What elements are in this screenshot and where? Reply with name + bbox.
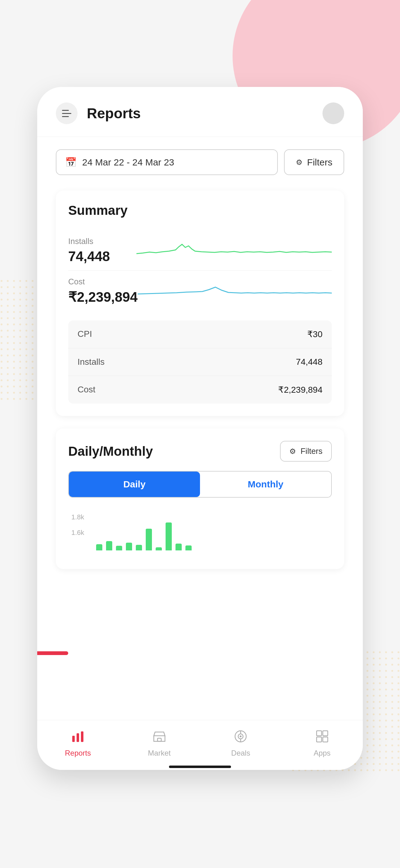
- content-area: 📅 24 Mar 22 - 24 Mar 23 ⚙ Filters Summar…: [37, 137, 363, 720]
- bar-6: [146, 529, 152, 550]
- daily-monthly-title: Daily/Monthly: [68, 444, 153, 459]
- table-installs-value: 74,448: [296, 357, 323, 367]
- svg-rect-6: [81, 732, 84, 742]
- installs-label: Installs: [68, 237, 136, 246]
- svg-rect-15: [323, 737, 328, 742]
- menu-button[interactable]: [56, 102, 77, 124]
- bar-5: [136, 545, 142, 550]
- daily-monthly-filters-label: Filters: [300, 446, 323, 456]
- section-header: Daily/Monthly ⚙ Filters: [68, 441, 332, 462]
- daily-monthly-toggle: Daily Monthly: [68, 471, 332, 498]
- cost-metric-row: Cost ₹2,239,894: [68, 271, 332, 311]
- chart-y-label-1: 1.8k: [71, 513, 84, 521]
- installs-info: Installs 74,448: [68, 237, 136, 264]
- svg-rect-4: [72, 736, 75, 742]
- date-filter-row: 📅 24 Mar 22 - 24 Mar 23 ⚙ Filters: [56, 149, 344, 175]
- deals-icon: [234, 730, 247, 746]
- market-nav-label: Market: [148, 749, 171, 757]
- bar-4: [126, 542, 132, 550]
- home-bar: [169, 766, 231, 768]
- bar-9: [175, 544, 182, 550]
- hamburger-icon: [62, 110, 71, 117]
- filter-icon-2: ⚙: [289, 447, 296, 456]
- page-title: Reports: [87, 105, 323, 122]
- reports-icon: [71, 730, 85, 746]
- deals-nav-label: Deals: [231, 749, 250, 757]
- nav-item-deals[interactable]: Deals: [200, 726, 281, 761]
- table-installs-row: Installs 74,448: [68, 348, 332, 376]
- chart-y-label-2: 1.6k: [71, 529, 84, 537]
- svg-rect-5: [76, 733, 79, 742]
- bar-3: [116, 546, 122, 550]
- table-cost-row: Cost ₹2,239,894: [68, 376, 332, 404]
- svg-rect-13: [323, 731, 328, 736]
- apps-icon: [315, 730, 329, 746]
- svg-rect-14: [316, 737, 322, 742]
- table-cost-value: ₹2,239,894: [278, 385, 323, 395]
- chart-bars: [74, 513, 326, 550]
- home-indicator: [37, 764, 363, 770]
- nav-item-reports[interactable]: Reports: [37, 726, 119, 761]
- table-installs-label: Installs: [77, 357, 104, 367]
- installs-value: 74,448: [68, 249, 136, 264]
- summary-title: Summary: [68, 203, 332, 218]
- cost-value: ₹2,239,894: [68, 289, 138, 305]
- reports-nav-label: Reports: [65, 749, 91, 757]
- bottom-nav: Reports Market D: [37, 720, 363, 764]
- nav-item-apps[interactable]: Apps: [281, 726, 363, 761]
- svg-rect-7: [158, 738, 161, 741]
- avatar[interactable]: [323, 102, 344, 124]
- bar-7: [156, 547, 162, 550]
- bar-1: [96, 544, 102, 550]
- installs-metric-row: Installs 74,448: [68, 230, 332, 271]
- red-indicator: [37, 651, 68, 655]
- phone-container: Reports 📅 24 Mar 22 - 24 Mar 23 ⚙ Filter…: [37, 87, 363, 770]
- app-header: Reports: [37, 87, 363, 137]
- bar-10: [186, 546, 192, 550]
- stats-table: CPI ₹30 Installs 74,448 Cost ₹2,239,894: [68, 320, 332, 404]
- cost-info: Cost ₹2,239,894: [68, 277, 138, 305]
- filter-icon: ⚙: [296, 158, 303, 167]
- cpi-value: ₹30: [307, 329, 323, 339]
- date-range-picker[interactable]: 📅 24 Mar 22 - 24 Mar 23: [56, 149, 278, 175]
- bar-2: [106, 541, 112, 550]
- svg-point-9: [240, 736, 241, 737]
- filters-label: Filters: [307, 157, 332, 168]
- daily-monthly-filters-button[interactable]: ⚙ Filters: [280, 441, 332, 462]
- date-range-text: 24 Mar 22 - 24 Mar 23: [82, 157, 174, 168]
- daily-toggle-button[interactable]: Daily: [69, 471, 200, 497]
- cpi-row: CPI ₹30: [68, 320, 332, 348]
- svg-rect-12: [316, 731, 322, 736]
- daily-monthly-card: Daily/Monthly ⚙ Filters Daily Monthly 1.…: [56, 428, 344, 569]
- cost-sparkline: [138, 278, 332, 303]
- table-cost-label: Cost: [77, 385, 96, 395]
- summary-card: Summary Installs 74,448 Cost ₹2,239,894: [56, 191, 344, 416]
- daily-chart: 1.8k 1.6k: [68, 507, 332, 557]
- cpi-label: CPI: [77, 329, 92, 339]
- nav-item-market[interactable]: Market: [119, 726, 200, 761]
- filters-button[interactable]: ⚙ Filters: [284, 149, 344, 175]
- apps-nav-label: Apps: [313, 749, 331, 757]
- market-icon: [153, 730, 166, 746]
- chart-y-axis: 1.8k 1.6k: [71, 513, 84, 537]
- cost-label: Cost: [68, 277, 138, 286]
- calendar-icon: 📅: [65, 157, 76, 168]
- installs-sparkline: [136, 238, 332, 263]
- monthly-toggle-button[interactable]: Monthly: [200, 471, 331, 497]
- bar-8: [166, 523, 172, 550]
